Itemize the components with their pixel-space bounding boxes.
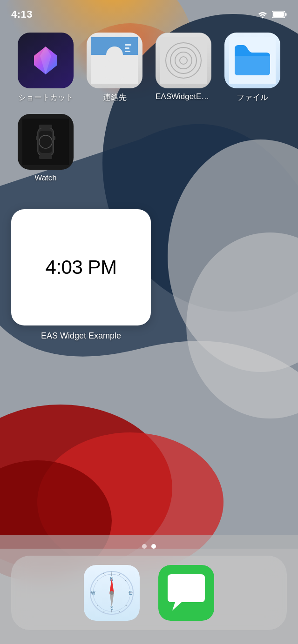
app-watch[interactable]: Watch: [11, 114, 80, 183]
widget-time: 4:03 PM: [46, 256, 117, 279]
svg-rect-24: [160, 37, 207, 84]
svg-rect-13: [285, 13, 287, 16]
eas-icon: [156, 33, 211, 88]
wifi-icon: [257, 10, 268, 19]
eas-label: EASWidgetExa...: [156, 92, 211, 101]
svg-point-20: [102, 64, 127, 80]
files-icon: [224, 33, 280, 88]
svg-rect-35: [36, 136, 38, 140]
svg-point-19: [106, 46, 123, 63]
watch-label: Watch: [34, 173, 57, 183]
page-dot-1[interactable]: [142, 544, 147, 549]
svg-rect-37: [39, 125, 52, 128]
widget-container[interactable]: 4:03 PM EAS Widget Example: [11, 209, 151, 341]
shortcuts-icon: [18, 33, 74, 88]
app-grid: ショートカット 連絡先: [11, 33, 287, 183]
battery-icon: [272, 11, 287, 18]
svg-rect-33: [39, 131, 52, 153]
svg-rect-14: [273, 12, 284, 17]
svg-point-11: [262, 17, 264, 19]
app-contacts[interactable]: 連絡先: [80, 33, 149, 103]
contacts-icon: [87, 33, 142, 88]
svg-rect-36: [54, 136, 55, 140]
watch-icon: [18, 114, 74, 170]
page-dot-2[interactable]: [151, 544, 156, 549]
app-files[interactable]: ファイル: [218, 33, 287, 103]
dock: N S E W: [11, 556, 287, 630]
files-label: ファイル: [237, 92, 268, 103]
app-eas[interactable]: EASWidgetExa...: [149, 33, 218, 103]
dock-safari[interactable]: N S E W: [84, 565, 140, 621]
app-shortcuts[interactable]: ショートカット: [11, 33, 80, 103]
svg-point-52: [110, 591, 114, 595]
shortcuts-label: ショートカット: [18, 92, 74, 103]
safari-dock-icon: N S E W: [84, 565, 140, 621]
svg-rect-23: [125, 51, 130, 52]
status-time: 4:13: [11, 8, 33, 20]
contacts-label: 連絡先: [103, 92, 127, 103]
svg-rect-21: [125, 44, 131, 46]
widget-label: EAS Widget Example: [11, 331, 151, 341]
svg-rect-22: [125, 47, 129, 49]
svg-rect-38: [39, 155, 52, 159]
status-bar: 4:13: [0, 0, 298, 23]
widget-box: 4:03 PM: [11, 209, 151, 325]
messages-dock-icon: [158, 565, 214, 621]
dock-messages[interactable]: [158, 565, 214, 621]
status-icons: [257, 10, 287, 19]
page-dots: [142, 544, 156, 549]
